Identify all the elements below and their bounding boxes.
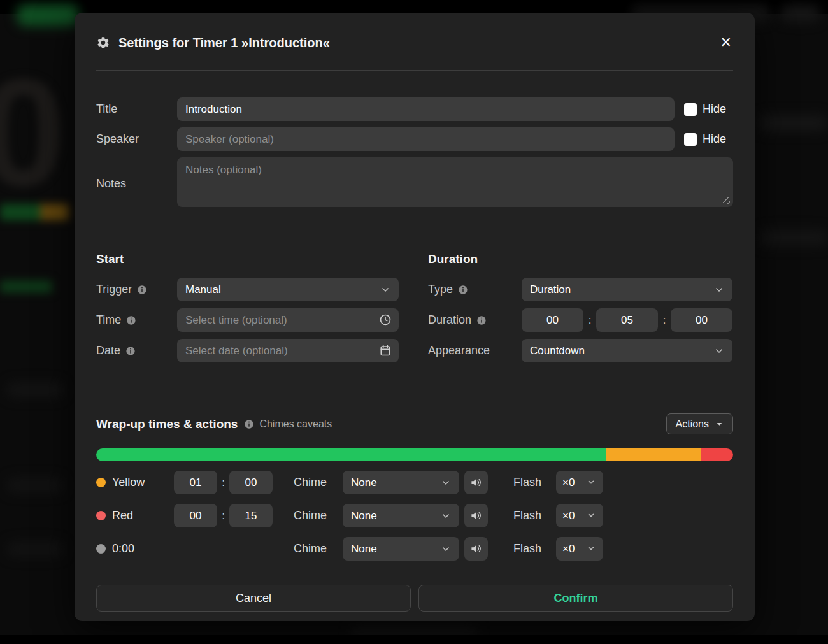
info-icon[interactable] [125, 346, 136, 356]
chevron-down-icon [587, 544, 597, 554]
notes-label: Notes [96, 177, 177, 190]
date-label: Date [96, 344, 120, 357]
title-hide-toggle[interactable]: Hide [684, 103, 726, 116]
red-chime-select[interactable]: None [343, 504, 459, 527]
divider [96, 70, 733, 71]
red-seconds-input[interactable] [229, 504, 273, 527]
notes-input[interactable] [177, 157, 733, 207]
date-row: Date [96, 339, 399, 362]
start-section: Start Trigger Manual Time [96, 252, 399, 369]
colon-separator: : [658, 314, 671, 327]
title-hide-checkbox[interactable] [684, 103, 697, 116]
duration-heading: Duration [428, 252, 732, 266]
red-dot [96, 511, 106, 520]
info-icon[interactable] [476, 315, 487, 326]
wrapup-bar-segment [701, 448, 733, 461]
appearance-select[interactable]: Countdown [522, 339, 732, 362]
cancel-button[interactable]: Cancel [96, 585, 411, 612]
start-time-input[interactable] [177, 308, 399, 332]
title-label: Title [96, 103, 177, 116]
chevron-down-icon [587, 478, 597, 488]
yellow-chime-select[interactable]: None [343, 471, 459, 494]
time-label: Time [96, 313, 121, 327]
yellow-seconds-input[interactable] [229, 471, 273, 494]
zero-chime-select[interactable]: None [343, 537, 459, 561]
type-label: Type [428, 283, 453, 296]
chevron-down-icon [715, 420, 724, 428]
notes-row: Notes [96, 157, 733, 210]
flash-label: Flash [513, 476, 548, 489]
chime-value: None [351, 476, 377, 489]
zero-flash-select[interactable]: ×0 [556, 537, 603, 561]
chime-label: Chime [294, 542, 336, 555]
speaker-label: Speaker [96, 132, 177, 146]
trigger-value: Manual [185, 283, 221, 296]
chime-value: None [351, 543, 377, 555]
wrapup-row-name: Yellow [112, 476, 145, 489]
spacer [229, 537, 273, 561]
appearance-row: Appearance Countdown [428, 339, 732, 362]
dialog-footer: Cancel Confirm [96, 585, 733, 612]
appearance-value: Countdown [530, 345, 585, 357]
chevron-down-icon [441, 544, 451, 554]
wrapup-row-zero: 0:00 Chime None Flash ×0 [96, 537, 733, 561]
wrapup-bar-segment [96, 448, 606, 461]
play-chime-button[interactable] [464, 471, 488, 494]
duration-time-row: Duration : : [428, 308, 732, 332]
confirm-button[interactable]: Confirm [418, 585, 733, 612]
duration-minutes-input[interactable] [596, 308, 658, 332]
flash-value: ×0 [562, 510, 575, 522]
colon-separator: : [217, 476, 229, 489]
actions-button[interactable]: Actions [666, 413, 733, 434]
speaker-hide-label: Hide [703, 132, 726, 146]
info-icon[interactable] [244, 419, 254, 429]
type-select[interactable]: Duration [522, 278, 732, 301]
chevron-down-icon [441, 511, 451, 521]
dialog-title: Settings for Timer 1 »Introduction« [118, 36, 711, 50]
chevron-down-icon [714, 346, 724, 356]
trigger-label: Trigger [96, 283, 132, 296]
chimes-caveats-link[interactable]: Chimes caveats [259, 419, 332, 430]
title-hide-label: Hide [703, 103, 726, 116]
timer-settings-dialog: Settings for Timer 1 »Introduction« ✕ Ti… [75, 13, 755, 621]
chevron-down-icon [441, 478, 451, 488]
dialog-header: Settings for Timer 1 »Introduction« ✕ [96, 32, 733, 54]
trigger-select[interactable]: Manual [177, 278, 399, 301]
title-input[interactable] [177, 97, 675, 121]
actions-button-label: Actions [676, 419, 709, 430]
speaker-row: Speaker Hide [96, 127, 733, 151]
colon-separator: : [217, 510, 229, 522]
speaker-input[interactable] [177, 127, 675, 151]
speaker-hide-checkbox[interactable] [684, 133, 697, 146]
type-row: Type Duration [428, 278, 732, 301]
info-icon[interactable] [458, 285, 468, 295]
red-minutes-input[interactable] [174, 504, 217, 527]
info-icon[interactable] [137, 285, 147, 295]
type-value: Duration [530, 283, 571, 296]
time-row: Time [96, 308, 399, 332]
flash-value: ×0 [562, 543, 575, 555]
play-chime-button[interactable] [464, 537, 488, 561]
duration-hours-input[interactable] [522, 308, 583, 332]
wrapup-row-name: 0:00 [112, 542, 134, 555]
duration-section: Duration Type Duration Duration [428, 252, 732, 369]
divider [96, 238, 733, 238]
trigger-row: Trigger Manual [96, 278, 399, 301]
duration-seconds-input[interactable] [671, 308, 732, 332]
speaker-hide-toggle[interactable]: Hide [684, 132, 726, 146]
start-date-input[interactable] [177, 339, 399, 362]
clock-icon[interactable] [379, 313, 392, 326]
wrapup-row-yellow: Yellow : Chime None Flash ×0 [96, 471, 733, 494]
yellow-flash-select[interactable]: ×0 [556, 471, 603, 494]
close-button[interactable]: ✕ [719, 36, 733, 50]
wrapup-heading: Wrap-up times & actions [96, 417, 238, 431]
spacer [174, 537, 217, 561]
yellow-minutes-input[interactable] [174, 471, 217, 494]
gray-dot [96, 544, 106, 554]
chime-value: None [351, 510, 377, 522]
red-flash-select[interactable]: ×0 [556, 504, 603, 527]
calendar-icon[interactable] [379, 344, 392, 357]
gear-icon [96, 36, 110, 50]
info-icon[interactable] [126, 315, 136, 326]
play-chime-button[interactable] [464, 504, 488, 527]
